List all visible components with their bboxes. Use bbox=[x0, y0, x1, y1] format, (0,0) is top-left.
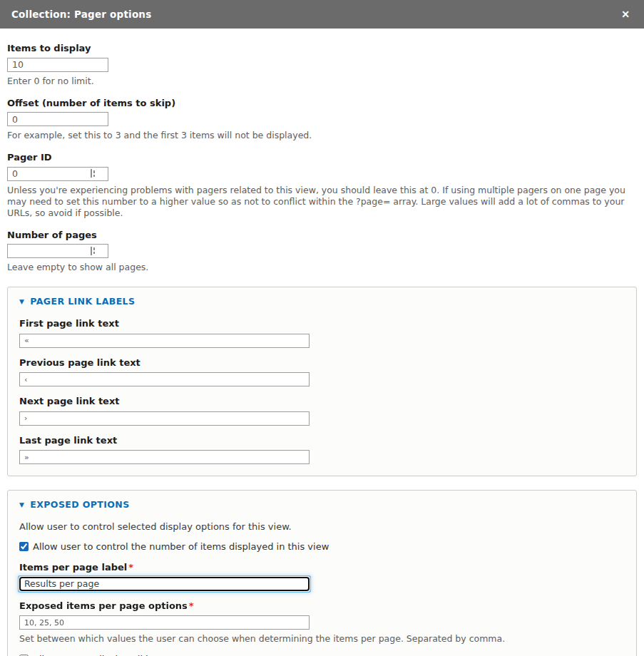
exposed-items-options-label: Exposed items per page options* bbox=[19, 600, 625, 611]
previous-page-link-label: Previous page link text bbox=[19, 357, 625, 368]
exposed-options-intro: Allow user to control selected display o… bbox=[19, 521, 625, 532]
number-spinner-icon[interactable] bbox=[91, 247, 95, 255]
field-items-per-page-label: Items per page label* bbox=[19, 562, 625, 591]
control-items-checkbox[interactable] bbox=[19, 542, 29, 551]
field-pager-id: Pager ID Unless you're experiencing prob… bbox=[7, 152, 637, 219]
checkbox-label: Allow user to control the number of item… bbox=[33, 541, 329, 552]
first-page-link-label: First page link text bbox=[19, 318, 625, 329]
number-of-pages-description: Leave empty to show all pages. bbox=[7, 262, 637, 273]
close-icon[interactable]: ✕ bbox=[618, 8, 633, 21]
collapse-arrow-icon: ▼ bbox=[19, 298, 24, 305]
pager-id-label: Pager ID bbox=[7, 152, 637, 163]
legend-text: PAGER LINK LABELS bbox=[30, 296, 135, 307]
fieldset-exposed-options: ▼ EXPOSED OPTIONS Allow user to control … bbox=[7, 490, 637, 656]
control-items-checkbox-row[interactable]: Allow user to control the number of item… bbox=[19, 541, 625, 552]
fieldset-pager-link-labels: ▼ PAGER LINK LABELS First page link text… bbox=[7, 287, 637, 476]
next-page-link-input[interactable] bbox=[19, 411, 310, 426]
last-page-link-input[interactable] bbox=[19, 450, 310, 464]
first-page-link-input[interactable] bbox=[19, 334, 310, 348]
items-per-page-label-input[interactable] bbox=[19, 577, 310, 591]
field-exposed-items-per-page-options: Exposed items per page options* Set betw… bbox=[19, 600, 625, 645]
exposed-items-options-input[interactable] bbox=[19, 615, 310, 630]
field-next-page-link-text: Next page link text bbox=[19, 396, 625, 426]
previous-page-link-input[interactable] bbox=[19, 372, 310, 386]
legend-text: EXPOSED OPTIONS bbox=[30, 499, 129, 510]
field-previous-page-link-text: Previous page link text bbox=[19, 357, 625, 387]
field-last-page-link-text: Last page link text bbox=[19, 435, 625, 465]
items-to-display-input[interactable] bbox=[7, 58, 108, 72]
items-to-display-description: Enter 0 for no limit. bbox=[7, 76, 637, 87]
number-of-pages-label: Number of pages bbox=[7, 230, 637, 240]
next-page-link-label: Next page link text bbox=[19, 396, 625, 406]
offset-input[interactable] bbox=[7, 112, 108, 126]
field-items-to-display: Items to display Enter 0 for no limit. bbox=[7, 43, 637, 87]
field-first-page-link-text: First page link text bbox=[19, 318, 625, 348]
field-offset: Offset (number of items to skip) For exa… bbox=[7, 98, 637, 142]
dialog-titlebar[interactable]: Collection: Pager options ✕ bbox=[0, 0, 644, 29]
offset-label: Offset (number of items to skip) bbox=[7, 98, 637, 108]
fieldset-legend-exposed-options[interactable]: ▼ EXPOSED OPTIONS bbox=[19, 499, 625, 510]
number-spinner-icon[interactable] bbox=[91, 169, 95, 178]
pager-id-description: Unless you're experiencing problems with… bbox=[7, 185, 637, 219]
required-mark: * bbox=[128, 562, 133, 573]
dialog-title: Collection: Pager options bbox=[11, 9, 151, 20]
items-per-page-label-label: Items per page label* bbox=[19, 562, 625, 573]
items-to-display-label: Items to display bbox=[7, 43, 637, 53]
collapse-arrow-icon: ▼ bbox=[19, 501, 24, 508]
dialog-content: Items to display Enter 0 for no limit. O… bbox=[0, 29, 644, 656]
offset-description: For example, set this to 3 and the first… bbox=[7, 130, 637, 141]
fieldset-legend-pager-link-labels[interactable]: ▼ PAGER LINK LABELS bbox=[19, 296, 625, 307]
required-mark: * bbox=[189, 600, 194, 611]
field-number-of-pages: Number of pages Leave empty to show all … bbox=[7, 230, 637, 274]
exposed-items-options-description: Set between which values the user can ch… bbox=[19, 633, 625, 645]
last-page-link-label: Last page link text bbox=[19, 435, 625, 446]
